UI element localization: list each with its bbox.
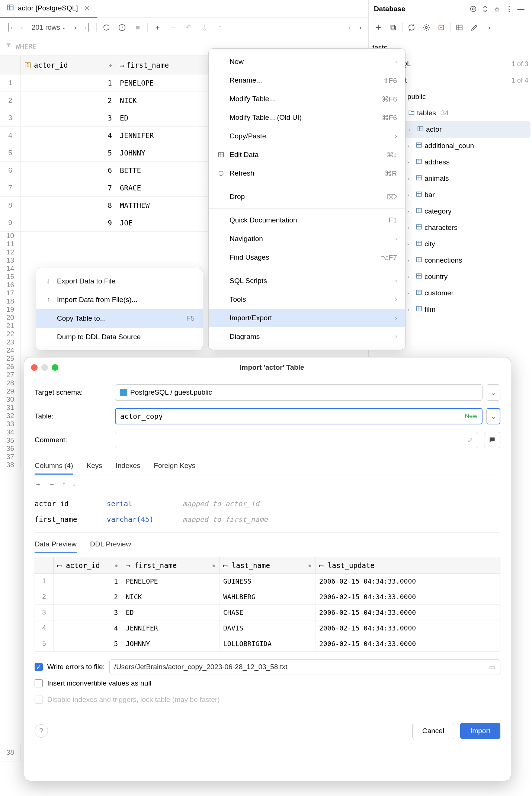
grid-icon[interactable] — [454, 22, 465, 33]
column-actor-id[interactable]: ⚿actor_id◆ — [21, 56, 116, 74]
col-first-name[interactable]: ▭ first_name◆ — [122, 557, 219, 573]
filter-icon — [5, 42, 12, 51]
target-icon[interactable] — [467, 3, 479, 15]
add-row-icon[interactable]: ＋ — [151, 22, 163, 33]
help-icon[interactable]: ? — [35, 724, 48, 738]
comment-input[interactable]: ⤢ — [115, 432, 478, 448]
comment-button[interactable] — [484, 432, 500, 448]
expand-icon[interactable]: ⤢ — [467, 436, 473, 444]
next-page-icon[interactable]: › — [72, 23, 78, 32]
target-schema-label: Target schema: — [35, 388, 109, 397]
table-row[interactable]: 4 4 JENNIFER DAVIS 2006-02-15 04:34:33.0… — [35, 620, 500, 636]
menu-item[interactable]: Dump to DDL Data Source — [36, 328, 203, 346]
menu-item[interactable]: Navigation› — [209, 230, 405, 248]
menu-item[interactable]: New› — [209, 52, 405, 71]
target-schema-select[interactable]: PostgreSQL / guest.public — [115, 384, 483, 401]
tab-title: actor [PostgreSQL] — [18, 4, 78, 12]
close-icon[interactable]: ✕ — [84, 4, 90, 13]
minimize-icon[interactable]: — — [515, 3, 527, 15]
menu-item[interactable]: Edit Data⌘↓ — [209, 145, 405, 164]
scroll-right-icon[interactable]: › — [357, 23, 364, 32]
menu-item[interactable]: Import/Export› — [209, 309, 405, 327]
preview-tab[interactable]: DDL Preview — [90, 536, 131, 553]
gutter-header — [0, 56, 21, 74]
stop-icon[interactable] — [435, 22, 447, 33]
hide-icon[interactable] — [491, 3, 503, 15]
import-button[interactable]: Import — [460, 723, 500, 739]
menu-item[interactable]: Drop⌦ — [209, 187, 405, 206]
table-icon — [416, 256, 422, 265]
close-window-icon[interactable] — [31, 364, 38, 371]
menu-item[interactable]: Refresh⌘R — [209, 164, 405, 183]
clock-icon[interactable] — [116, 22, 128, 33]
col-last-update[interactable]: ▭ last_update — [315, 557, 500, 573]
chevron-right-icon[interactable]: › — [483, 22, 495, 33]
expand-collapse-icon[interactable] — [479, 3, 491, 15]
disable-indexes-checkbox — [35, 696, 43, 704]
copy-icon[interactable] — [387, 22, 399, 33]
new-badge: New — [465, 413, 477, 420]
dialog-tab[interactable]: Keys — [86, 458, 102, 475]
first-page-icon[interactable]: ⎮‹ — [4, 23, 15, 32]
edit-icon[interactable] — [468, 22, 480, 33]
col-actor-id[interactable]: ▭ actor_id◆ — [54, 557, 122, 573]
table-row[interactable]: 3 3 ED CHASE 2006-02-15 04:34:33.0000 — [35, 605, 500, 620]
remove-row-icon: － — [167, 22, 179, 33]
cancel-button[interactable]: Cancel — [412, 723, 454, 739]
chevron-down-icon[interactable]: ⌄ — [486, 384, 500, 401]
svg-rect-30 — [416, 192, 422, 196]
menu-item[interactable]: Tools› — [209, 290, 405, 309]
row-count[interactable]: 201 rows ⌄ — [29, 23, 68, 32]
menu-item[interactable]: ↑Import Data from File(s)... — [36, 291, 203, 309]
dialog-tab[interactable]: Foreign Keys — [154, 458, 195, 475]
chevron-down-icon[interactable]: ⌄ — [486, 408, 500, 424]
reload-icon[interactable] — [100, 22, 112, 33]
table-icon — [416, 191, 422, 199]
table-row[interactable]: 5 5 JOHNNY LOLLOBRIGIDA 2006-02-15 04:34… — [35, 636, 500, 652]
chevron-right-icon: › — [407, 159, 413, 165]
table-name-input[interactable]: actor_copy New — [115, 408, 483, 424]
refresh-icon[interactable] — [406, 22, 417, 33]
commit-icon — [198, 22, 210, 33]
folder-icon[interactable]: ▭ — [489, 663, 496, 671]
insert-null-checkbox[interactable] — [35, 679, 43, 687]
table-label: Table: — [35, 412, 109, 420]
menu-item[interactable]: Modify Table... (Old UI)⌘F6 — [209, 108, 405, 127]
menu-item[interactable]: Copy/Paste› — [209, 127, 405, 145]
chevron-right-icon: › — [407, 241, 413, 247]
add-icon[interactable] — [372, 22, 384, 33]
preview-tab[interactable]: Data Preview — [35, 536, 77, 553]
menu-item[interactable]: Find Usages⌥F7 — [209, 248, 405, 267]
scroll-left-icon[interactable]: ‹ — [346, 23, 353, 32]
menu-item[interactable]: SQL Scripts› — [209, 272, 405, 290]
table-row[interactable]: 1 1 PENELOPE GUINESS 2006-02-15 04:34:33… — [35, 574, 500, 589]
col-last-name[interactable]: ▭ last_name◆ — [219, 557, 315, 573]
menu-item[interactable]: Copy Table to...F5 — [36, 309, 203, 328]
dialog-tab[interactable]: Indexes — [116, 458, 141, 475]
last-page-icon[interactable]: ›⎮ — [82, 23, 93, 32]
add-column-icon[interactable]: ＋ — [35, 479, 42, 489]
menu-item[interactable]: Quick DocumentationF1 — [209, 211, 405, 230]
more-icon[interactable]: ⋮ — [503, 3, 515, 15]
menu-item[interactable]: Rename...⇧F6 — [209, 71, 405, 90]
dialog-tab[interactable]: Columns (4) — [35, 458, 73, 475]
table-icon — [416, 174, 422, 183]
prev-page-icon[interactable]: ‹ — [19, 23, 25, 32]
table-row[interactable]: 2 2 NICK WAHLBERG 2006-02-15 04:34:33.00… — [35, 589, 500, 605]
write-errors-checkbox[interactable]: ✓ — [35, 663, 43, 671]
errors-file-input[interactable]: /Users/JetBrains/actor_copy_2023-06-28_1… — [109, 659, 500, 674]
menu-item[interactable]: Modify Table...⌘F6 — [209, 90, 405, 108]
chevron-right-icon: › — [407, 208, 413, 214]
column-definition[interactable]: actor_id serial mapped to actor_id — [35, 496, 500, 511]
menu-item[interactable]: Diagrams› — [209, 327, 405, 346]
table-icon — [416, 207, 422, 216]
chevron-right-icon: › — [407, 290, 413, 296]
settings-icon[interactable] — [420, 22, 432, 33]
tab-actor[interactable]: actor [PostgreSQL] ✕ — [0, 0, 97, 18]
refresh-icon — [217, 170, 225, 177]
menu-item[interactable]: ↓Export Data to File — [36, 272, 203, 291]
dialog-titlebar: Import 'actor' Table — [24, 357, 511, 378]
chevron-right-icon: › — [407, 143, 413, 149]
column-definition[interactable]: first_name varchar(45) mapped to first_n… — [35, 511, 500, 527]
svg-rect-13 — [457, 25, 462, 30]
